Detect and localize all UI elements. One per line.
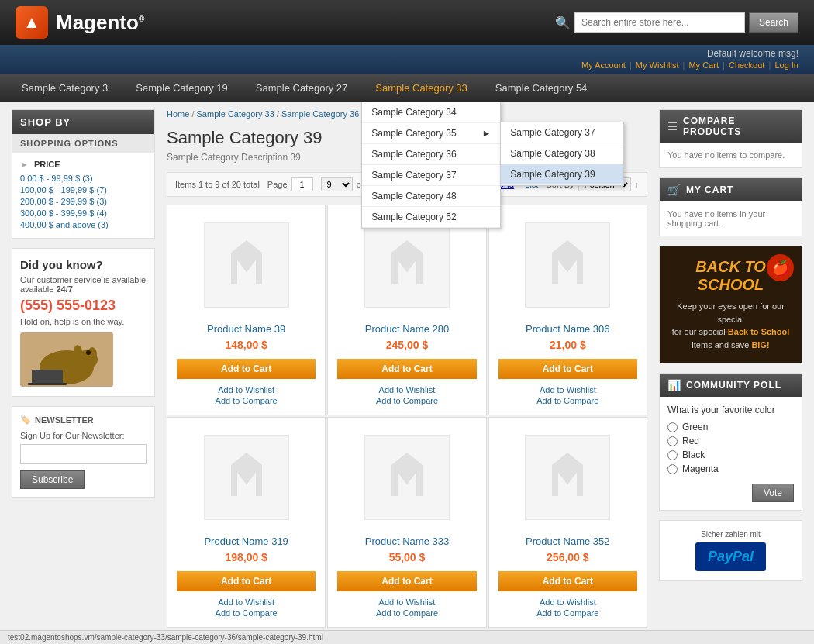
wishlist-link-4[interactable]: Add to Wishlist: [379, 598, 436, 607]
paypal-logo: PayPal: [695, 542, 766, 571]
per-page-select[interactable]: 91836: [321, 177, 353, 191]
wishlist-link-3[interactable]: Add to Wishlist: [218, 598, 274, 607]
page-input[interactable]: [291, 177, 313, 191]
product-price-0: 148,00 $: [177, 339, 316, 351]
product-links-3: Add to Wishlist Add to Compare: [177, 598, 316, 618]
newsletter-email-input[interactable]: [20, 444, 147, 464]
product-image-5: [498, 427, 637, 528]
my-wishlist-link[interactable]: My Wishlist: [636, 60, 679, 70]
compare-link-3[interactable]: Add to Compare: [216, 608, 278, 618]
product-name-2[interactable]: Product Name 306: [498, 323, 637, 335]
price-range-1[interactable]: 100,00 $ - 199,99 $ (7): [20, 185, 147, 195]
product-links-2: Add to Wishlist Add to Compare: [498, 385, 637, 405]
compare-link-4[interactable]: Add to Compare: [376, 608, 438, 618]
dropdown-item-37[interactable]: Sample Category 37: [362, 165, 500, 186]
product-placeholder-4: [364, 435, 450, 520]
wishlist-link-5[interactable]: Add to Wishlist: [540, 598, 596, 607]
add-to-cart-button-5[interactable]: Add to Cart: [498, 571, 637, 591]
search-input[interactable]: [574, 12, 745, 33]
price-range-3[interactable]: 300,00 $ - 399,99 $ (4): [20, 208, 147, 218]
poll-radio-2[interactable]: [667, 450, 678, 460]
product-placeholder-3: [204, 435, 289, 520]
poll-radio-1[interactable]: [667, 436, 678, 446]
nav-item-cat27[interactable]: Sample Category 27: [242, 74, 362, 102]
vote-button[interactable]: Vote: [752, 484, 794, 502]
add-to-cart-button-1[interactable]: Add to Cart: [337, 359, 476, 379]
poll-icon: 📊: [667, 379, 681, 391]
poll-radio-0[interactable]: [667, 422, 678, 432]
product-links-1: Add to Wishlist Add to Compare: [337, 385, 476, 405]
add-to-cart-button-2[interactable]: Add to Cart: [498, 359, 637, 379]
poll-option-0[interactable]: Green: [667, 422, 794, 432]
wishlist-link-1[interactable]: Add to Wishlist: [379, 385, 436, 394]
wishlist-link-2[interactable]: Add to Wishlist: [540, 385, 596, 394]
compare-link-0[interactable]: Add to Compare: [216, 396, 278, 405]
nav-item-cat54[interactable]: Sample Category 54: [481, 74, 602, 102]
product-name-3[interactable]: Product Name 319: [177, 536, 316, 547]
compare-link-5[interactable]: Add to Compare: [536, 608, 598, 618]
my-cart-title: 🛒 MY CART: [660, 178, 802, 201]
poll-options: Green Red Black Magenta: [660, 422, 802, 484]
product-name-0[interactable]: Product Name 39: [177, 323, 316, 335]
product-placeholder-2: [525, 222, 610, 308]
add-to-cart-button-0[interactable]: Add to Cart: [177, 359, 316, 379]
nav-item-cat19[interactable]: Sample Category 19: [122, 74, 242, 102]
breadcrumb-home[interactable]: Home: [167, 109, 189, 119]
left-sidebar: SHOP BY SHOPPING OPTIONS ► PRICE 0,00 $ …: [12, 109, 155, 628]
breadcrumb-cat36[interactable]: Sample Category 36: [281, 109, 359, 119]
poll-option-2[interactable]: Black: [667, 449, 794, 460]
breadcrumb-cat33[interactable]: Sample Category 33: [197, 109, 274, 119]
dyk-text: Our customer service is available availa…: [20, 275, 147, 294]
checkout-link[interactable]: Checkout: [729, 60, 764, 70]
login-link[interactable]: Log In: [774, 60, 798, 70]
product-placeholder-icon-5: [536, 446, 598, 508]
compare-link-1[interactable]: Add to Compare: [376, 396, 438, 405]
product-price-5: 256,00 $: [498, 551, 637, 563]
poll-option-3[interactable]: Magenta: [667, 463, 794, 474]
my-cart-link[interactable]: My Cart: [688, 60, 719, 70]
product-price-3: 198,00 $: [177, 551, 316, 563]
top-bar: ▲ Magento® 🔍 Search: [0, 0, 814, 45]
compare-empty-text: You have no items to compare.: [660, 143, 802, 167]
vote-btn-area: Vote: [660, 484, 802, 510]
search-icon: 🔍: [555, 15, 571, 30]
sub-dropdown-menu: Sample Category 37 Sample Category 38 Sa…: [500, 122, 624, 186]
apple-icon: 🍎: [767, 254, 794, 281]
nav-dropdown-cat33: Sample Category 33 Sample Category 34 Sa…: [361, 74, 481, 102]
product-name-1[interactable]: Product Name 280: [337, 323, 476, 335]
svg-point-4: [86, 350, 91, 355]
dropdown-item-34[interactable]: Sample Category 34: [362, 102, 500, 123]
dropdown-item-36[interactable]: Sample Category 36: [362, 144, 500, 165]
dropdown-item-35[interactable]: Sample Category 35 ►: [362, 123, 500, 144]
wishlist-link-0[interactable]: Add to Wishlist: [218, 385, 274, 394]
dropdown-item-52[interactable]: Sample Category 52: [362, 207, 500, 228]
nav-item-cat33[interactable]: Sample Category 33: [361, 74, 481, 102]
price-range-2[interactable]: 200,00 $ - 299,99 $ (3): [20, 197, 147, 206]
compare-link-2[interactable]: Add to Compare: [536, 396, 598, 405]
sub-item-39[interactable]: Sample Category 39: [501, 164, 623, 185]
product-name-5[interactable]: Product Name 352: [498, 536, 637, 547]
submenu-arrow: ►: [481, 128, 491, 139]
shopping-options-title: SHOPPING OPTIONS: [12, 134, 154, 153]
sort-direction-icon[interactable]: ↑: [635, 180, 640, 189]
poll-option-1[interactable]: Red: [667, 436, 794, 446]
add-to-cart-button-4[interactable]: Add to Cart: [337, 571, 476, 591]
product-image-1: [337, 215, 476, 315]
paypal-box: Sicher zahlen mit PayPal: [659, 520, 802, 581]
price-range-0[interactable]: 0,00 $ - 99,99 $ (3): [20, 174, 147, 183]
sub-item-37[interactable]: Sample Category 37: [501, 122, 623, 143]
status-bar: test02.magentoshops.vm/sample-category-3…: [0, 630, 814, 635]
subscribe-button[interactable]: Subscribe: [20, 470, 85, 489]
product-item-0: Product Name 39 148,00 $ Add to Cart Add…: [167, 205, 326, 415]
search-area: 🔍 Search: [555, 12, 798, 33]
dropdown-item-48[interactable]: Sample Category 48: [362, 186, 500, 207]
sub-item-38[interactable]: Sample Category 38: [501, 143, 623, 164]
product-item-4: Product Name 333 55,00 $ Add to Cart Add…: [327, 417, 486, 628]
price-range-4[interactable]: 400,00 $ and above (3): [20, 220, 147, 229]
poll-radio-3[interactable]: [667, 464, 678, 474]
search-button[interactable]: Search: [749, 12, 798, 33]
product-name-4[interactable]: Product Name 333: [337, 536, 476, 547]
nav-item-cat3[interactable]: Sample Category 3: [8, 74, 122, 102]
add-to-cart-button-3[interactable]: Add to Cart: [177, 571, 316, 591]
my-account-link[interactable]: My Account: [581, 60, 626, 70]
